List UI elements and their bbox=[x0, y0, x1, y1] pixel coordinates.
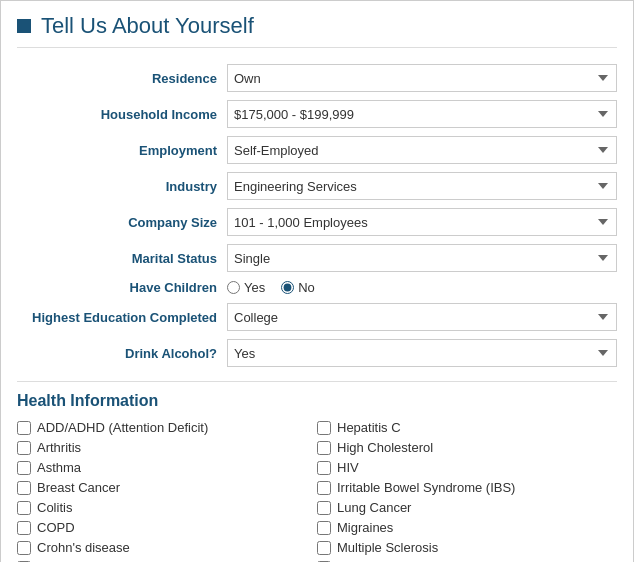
have-children-row: Have Children Yes No bbox=[17, 280, 617, 295]
have-children-radio-group: Yes No bbox=[227, 280, 315, 295]
company-size-row: Company Size 101 - 1,000 Employees 1-10 … bbox=[17, 208, 617, 236]
list-item: HIV bbox=[317, 460, 617, 475]
multiple-sclerosis-label: Multiple Sclerosis bbox=[337, 540, 438, 555]
lung-cancer-checkbox[interactable] bbox=[317, 501, 331, 515]
have-children-label: Have Children bbox=[17, 280, 227, 295]
arthritis-checkbox[interactable] bbox=[17, 441, 31, 455]
hiv-label: HIV bbox=[337, 460, 359, 475]
drink-alcohol-row: Drink Alcohol? Yes No Occasionally bbox=[17, 339, 617, 367]
ibs-checkbox[interactable] bbox=[317, 481, 331, 495]
have-children-no-option[interactable]: No bbox=[281, 280, 315, 295]
have-children-yes-label: Yes bbox=[244, 280, 265, 295]
drink-alcohol-select[interactable]: Yes No Occasionally bbox=[227, 339, 617, 367]
list-item: Migraines bbox=[317, 520, 617, 535]
household-income-label: Household Income bbox=[17, 107, 227, 122]
list-item: Colitis bbox=[17, 500, 317, 515]
arthritis-label: Arthritis bbox=[37, 440, 81, 455]
health-right-column: Hepatitis C High Cholesterol HIV Irritab… bbox=[317, 420, 617, 562]
have-children-yes-option[interactable]: Yes bbox=[227, 280, 265, 295]
have-children-yes-radio[interactable] bbox=[227, 281, 240, 294]
marital-status-row: Marital Status Single Married Divorced W… bbox=[17, 244, 617, 272]
company-size-select[interactable]: 101 - 1,000 Employees 1-10 Employees 11-… bbox=[227, 208, 617, 236]
list-item: Breast Cancer bbox=[17, 480, 317, 495]
header-icon bbox=[17, 19, 31, 33]
hiv-checkbox[interactable] bbox=[317, 461, 331, 475]
multiple-sclerosis-checkbox[interactable] bbox=[317, 541, 331, 555]
industry-row: Industry Engineering Services Healthcare… bbox=[17, 172, 617, 200]
health-columns: ADD/ADHD (Attention Deficit) Arthritis A… bbox=[17, 420, 617, 562]
list-item: High Cholesterol bbox=[317, 440, 617, 455]
copd-checkbox[interactable] bbox=[17, 521, 31, 535]
list-item: Crohn's disease bbox=[17, 540, 317, 555]
list-item: Lung Cancer bbox=[317, 500, 617, 515]
ibs-label: Irritable Bowel Syndrome (IBS) bbox=[337, 480, 515, 495]
migraines-label: Migraines bbox=[337, 520, 393, 535]
copd-label: COPD bbox=[37, 520, 75, 535]
hepatitis-c-checkbox[interactable] bbox=[317, 421, 331, 435]
list-item: Arthritis bbox=[17, 440, 317, 455]
section-header: Tell Us About Yourself bbox=[17, 13, 617, 48]
have-children-no-label: No bbox=[298, 280, 315, 295]
asthma-label: Asthma bbox=[37, 460, 81, 475]
lung-cancer-label: Lung Cancer bbox=[337, 500, 411, 515]
colitis-label: Colitis bbox=[37, 500, 72, 515]
employment-select[interactable]: Self-Employed Employed Full-Time Employe… bbox=[227, 136, 617, 164]
marital-status-label: Marital Status bbox=[17, 251, 227, 266]
company-size-label: Company Size bbox=[17, 215, 227, 230]
page-wrapper: Tell Us About Yourself Residence Own Ren… bbox=[1, 1, 633, 562]
list-item: Asthma bbox=[17, 460, 317, 475]
list-item: COPD bbox=[17, 520, 317, 535]
add-adhd-label: ADD/ADHD (Attention Deficit) bbox=[37, 420, 208, 435]
health-left-column: ADD/ADHD (Attention Deficit) Arthritis A… bbox=[17, 420, 317, 562]
household-income-select[interactable]: $175,000 - $199,999 Under $25,000 $25,00… bbox=[227, 100, 617, 128]
household-income-row: Household Income $175,000 - $199,999 Und… bbox=[17, 100, 617, 128]
education-label: Highest Education Completed bbox=[17, 310, 227, 325]
list-item: Hepatitis C bbox=[317, 420, 617, 435]
marital-status-select[interactable]: Single Married Divorced Widowed bbox=[227, 244, 617, 272]
add-adhd-checkbox[interactable] bbox=[17, 421, 31, 435]
employment-row: Employment Self-Employed Employed Full-T… bbox=[17, 136, 617, 164]
form-fields: Residence Own Rent Other Household Incom… bbox=[17, 64, 617, 367]
migraines-checkbox[interactable] bbox=[317, 521, 331, 535]
residence-row: Residence Own Rent Other bbox=[17, 64, 617, 92]
high-cholesterol-checkbox[interactable] bbox=[317, 441, 331, 455]
education-row: Highest Education Completed College High… bbox=[17, 303, 617, 331]
crohns-checkbox[interactable] bbox=[17, 541, 31, 555]
section-divider bbox=[17, 381, 617, 382]
breast-cancer-checkbox[interactable] bbox=[17, 481, 31, 495]
have-children-no-radio[interactable] bbox=[281, 281, 294, 294]
colitis-checkbox[interactable] bbox=[17, 501, 31, 515]
industry-select[interactable]: Engineering Services Healthcare Finance … bbox=[227, 172, 617, 200]
health-section: Health Information ADD/ADHD (Attention D… bbox=[17, 392, 617, 562]
residence-label: Residence bbox=[17, 71, 227, 86]
high-cholesterol-label: High Cholesterol bbox=[337, 440, 433, 455]
health-section-title: Health Information bbox=[17, 392, 617, 410]
list-item: ADD/ADHD (Attention Deficit) bbox=[17, 420, 317, 435]
drink-alcohol-label: Drink Alcohol? bbox=[17, 346, 227, 361]
education-select[interactable]: College High School Graduate Degree Some… bbox=[227, 303, 617, 331]
residence-select[interactable]: Own Rent Other bbox=[227, 64, 617, 92]
hepatitis-c-label: Hepatitis C bbox=[337, 420, 401, 435]
employment-label: Employment bbox=[17, 143, 227, 158]
page-title: Tell Us About Yourself bbox=[41, 13, 254, 39]
industry-label: Industry bbox=[17, 179, 227, 194]
list-item: Irritable Bowel Syndrome (IBS) bbox=[317, 480, 617, 495]
list-item: Multiple Sclerosis bbox=[317, 540, 617, 555]
crohns-label: Crohn's disease bbox=[37, 540, 130, 555]
asthma-checkbox[interactable] bbox=[17, 461, 31, 475]
breast-cancer-label: Breast Cancer bbox=[37, 480, 120, 495]
